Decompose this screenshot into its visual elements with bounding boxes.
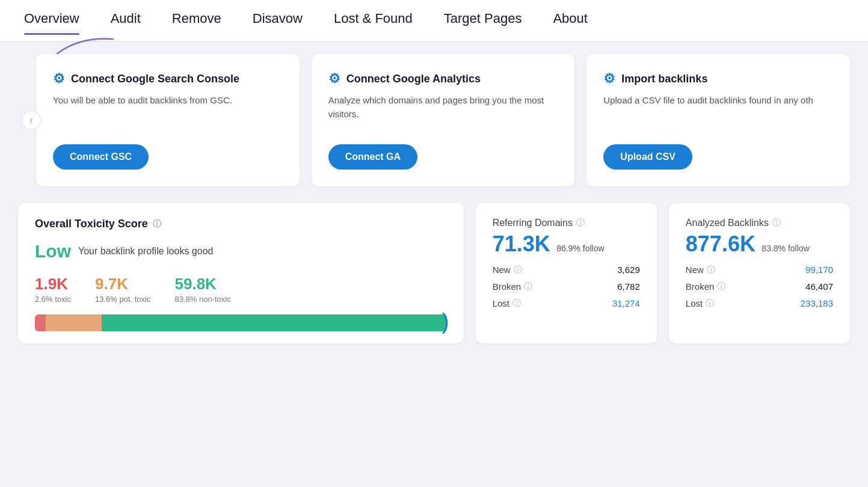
referring-domains-broken-row: Broken ⓘ 6,782 — [493, 281, 640, 292]
nav-item-audit[interactable]: Audit — [111, 11, 141, 30]
referring-domains-value: 71.3K 86.9% follow — [493, 232, 640, 256]
connect-ga-button[interactable]: Connect GA — [328, 144, 417, 170]
toxic-value: 1.9K — [35, 275, 71, 293]
toxicity-numbers: 1.9K 2.6% toxic 9.7K 13.6% pot. toxic 59… — [35, 275, 447, 304]
analyzed-backlinks-title: Analyzed Backlinks ⓘ — [686, 218, 833, 228]
analyzed-backlinks-rows: New ⓘ 99,170 Broken ⓘ 46,407 — [686, 265, 833, 309]
non-toxic-bar-segment: ) — [102, 314, 447, 331]
toxic-group: 1.9K 2.6% toxic — [35, 275, 71, 304]
referring-domains-follow: 86.9% follow — [556, 243, 604, 253]
toxicity-widget: Overall Toxicity Score ⓘ Low Your backli… — [18, 203, 464, 343]
non-toxic-label: 83.8% non-toxic — [174, 295, 230, 304]
carousel-left-button[interactable]: ‹ — [22, 111, 41, 130]
analyzed-backlinks-broken-value: 46,407 — [805, 281, 833, 292]
analyzed-backlinks-info-icon[interactable]: ⓘ — [772, 218, 781, 228]
gear-icon-gsc: ⚙ — [53, 71, 65, 87]
analyzed-backlinks-broken-row: Broken ⓘ 46,407 — [686, 281, 833, 292]
card-csv-title: ⚙ Import backlinks — [603, 71, 833, 87]
nav-item-lost-found[interactable]: Lost & Found — [334, 11, 413, 30]
pot-toxic-bar-segment — [46, 314, 102, 331]
connect-gsc-button[interactable]: Connect GSC — [53, 144, 149, 170]
main-content: ‹ ⚙ Connect Google Search Console You wi… — [0, 42, 868, 361]
toxicity-level-description: Your backlink profile looks good — [78, 246, 213, 257]
gear-icon-ga: ⚙ — [328, 71, 340, 87]
analyzed-backlinks-new-row: New ⓘ 99,170 — [686, 265, 833, 275]
bar-bracket: ) — [442, 313, 449, 330]
gear-icon-csv: ⚙ — [603, 71, 615, 87]
cards-row: ⚙ Connect Google Search Console You will… — [36, 54, 850, 186]
referring-domains-new-value: 3,629 — [617, 265, 640, 275]
nav-item-remove[interactable]: Remove — [172, 11, 221, 30]
card-csv: ⚙ Import backlinks Upload a CSV file to … — [586, 54, 850, 186]
referring-domains-info-icon[interactable]: ⓘ — [576, 218, 585, 228]
card-ga-description: Analyze which domains and pages bring yo… — [328, 94, 558, 137]
analyzed-backlinks-value: 877.6K 83.8% follow — [686, 232, 833, 256]
broken-info-icon-ab[interactable]: ⓘ — [717, 281, 725, 292]
pot-toxic-value: 9.7K — [95, 275, 151, 293]
analyzed-backlinks-lost-row: Lost ⓘ 233,183 — [686, 298, 833, 309]
toxic-bar-segment — [35, 314, 46, 331]
card-ga-title: ⚙ Connect Google Analytics — [328, 71, 558, 87]
referring-domains-broken-value: 6,782 — [617, 281, 640, 292]
nav-item-disavow[interactable]: Disavow — [253, 11, 303, 30]
new-info-icon-ab[interactable]: ⓘ — [707, 265, 715, 275]
card-ga: ⚙ Connect Google Analytics Analyze which… — [312, 54, 575, 186]
referring-domains-rows: New ⓘ 3,629 Broken ⓘ 6,782 — [493, 265, 640, 309]
referring-domains-new-row: New ⓘ 3,629 — [493, 265, 640, 275]
analyzed-backlinks-block: Analyzed Backlinks ⓘ 877.6K 83.8% follow… — [669, 203, 850, 343]
analyzed-backlinks-new-value: 99,170 — [805, 265, 833, 275]
non-toxic-group: 59.8K 83.8% non-toxic — [174, 275, 230, 304]
card-gsc-title: ⚙ Connect Google Search Console — [53, 71, 283, 87]
card-gsc: ⚙ Connect Google Search Console You will… — [36, 54, 300, 186]
nav-item-overview[interactable]: Overview — [24, 11, 79, 30]
pot-toxic-label: 13.6% pot. toxic — [95, 295, 151, 304]
pot-toxic-group: 9.7K 13.6% pot. toxic — [95, 275, 151, 304]
cards-section: ‹ ⚙ Connect Google Search Console You wi… — [18, 54, 850, 186]
toxicity-progress-bar: ) — [35, 314, 447, 331]
analyzed-backlinks-follow: 83.8% follow — [762, 243, 809, 253]
nav-item-target-pages[interactable]: Target Pages — [444, 11, 522, 30]
new-info-icon-rd[interactable]: ⓘ — [514, 265, 522, 275]
lost-info-icon-rd[interactable]: ⓘ — [512, 298, 521, 309]
toxicity-info-icon[interactable]: ⓘ — [153, 219, 161, 230]
referring-domains-block: Referring Domains ⓘ 71.3K 86.9% follow N… — [476, 203, 657, 343]
card-gsc-description: You will be able to audit backlinks from… — [53, 94, 283, 137]
toxicity-level-label: Low — [35, 241, 71, 262]
bottom-section: Overall Toxicity Score ⓘ Low Your backli… — [18, 203, 850, 343]
referring-domains-lost-value: 31,274 — [612, 298, 640, 308]
nav-bar: Overview Audit Remove Disavow Lost & Fou… — [0, 0, 868, 42]
toxicity-title: Overall Toxicity Score ⓘ — [35, 218, 447, 230]
nav-item-about[interactable]: About — [553, 11, 588, 30]
toxicity-level: Low Your backlink profile looks good — [35, 241, 447, 262]
referring-domains-title: Referring Domains ⓘ — [493, 218, 640, 228]
non-toxic-value: 59.8K — [174, 275, 230, 293]
stats-section: Referring Domains ⓘ 71.3K 86.9% follow N… — [476, 203, 850, 343]
analyzed-backlinks-lost-value: 233,183 — [801, 298, 833, 308]
referring-domains-lost-row: Lost ⓘ 31,274 — [493, 298, 640, 309]
toxic-label: 2.6% toxic — [35, 295, 71, 304]
card-csv-description: Upload a CSV file to audit backlinks fou… — [603, 94, 833, 137]
broken-info-icon-rd[interactable]: ⓘ — [524, 281, 532, 292]
lost-info-icon-ab[interactable]: ⓘ — [706, 298, 714, 309]
upload-csv-button[interactable]: Upload CSV — [603, 144, 692, 170]
